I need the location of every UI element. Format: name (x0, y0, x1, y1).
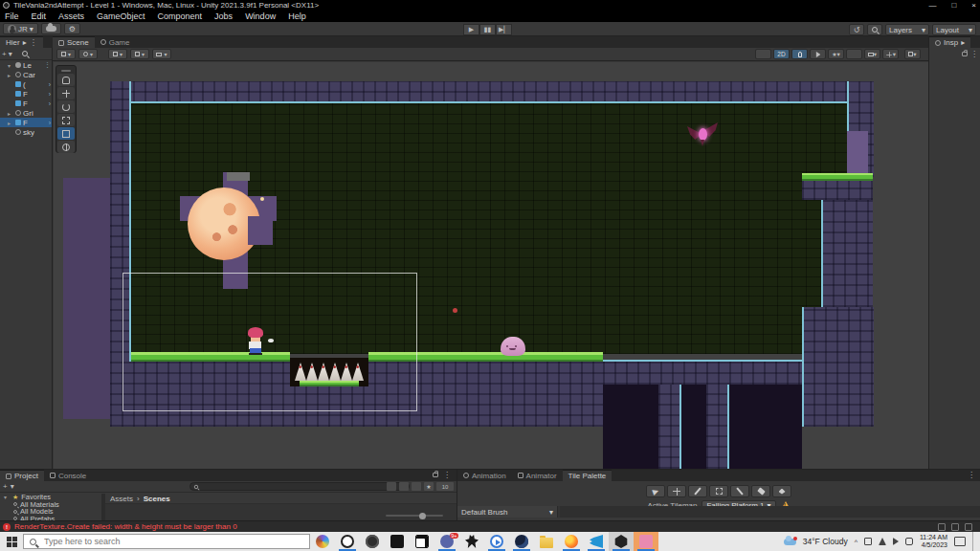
weather-text[interactable]: 34°F Cloudy (803, 537, 848, 546)
taskbar-app-dark[interactable] (360, 532, 385, 551)
panel-menu-icon[interactable]: ⋮ (443, 471, 451, 479)
taskbar-search-box[interactable] (23, 534, 310, 549)
tab-game[interactable]: Game (95, 36, 136, 48)
render-mode-dropdown[interactable] (755, 49, 771, 59)
scene-canvas[interactable] (54, 62, 928, 469)
move-tool-button[interactable] (667, 485, 686, 497)
grid-visual-dropdown[interactable]: ▾ (108, 49, 127, 59)
taskbar-clock[interactable]: 11:24 AM 4/5/2023 (920, 534, 947, 549)
status-bar[interactable]: ! RenderTexture.Create failed: width & h… (0, 520, 980, 532)
taskbar-app-paint[interactable] (310, 532, 335, 551)
tab-tile-palette[interactable]: Tile Palette (563, 470, 612, 481)
taskbar-app-firefox[interactable] (559, 532, 584, 551)
foldout-icon[interactable]: ▸ (8, 72, 13, 78)
lighting-toggle[interactable] (791, 49, 808, 59)
menu-component[interactable]: Component (158, 11, 203, 21)
account-button[interactable]: JR ▾ (3, 23, 38, 34)
weather-cloud-icon[interactable] (784, 539, 796, 545)
lock-icon[interactable] (433, 473, 438, 477)
onedrive-icon[interactable] (864, 538, 872, 545)
taskbar-app-file-explorer[interactable] (534, 532, 559, 551)
hierarchy-item-scene[interactable]: ▾ Le ⋮ (0, 60, 52, 70)
open-prefab-icon[interactable]: › (49, 81, 51, 88)
volume-icon[interactable] (893, 538, 899, 545)
hierarchy-item[interactable]: sky (0, 127, 52, 137)
panel-menu-icon[interactable]: ⋮ (968, 471, 975, 479)
hierarchy-item-selected[interactable]: ▸ F › (0, 118, 52, 127)
hierarchy-item[interactable]: ▸ Gri (0, 108, 52, 118)
cloud-services-button[interactable] (41, 23, 61, 34)
menu-help[interactable]: Help (288, 11, 306, 21)
network-icon[interactable] (879, 538, 886, 545)
hierarchy-item[interactable]: ▸ Car (0, 70, 52, 79)
menu-file[interactable]: File (5, 11, 19, 21)
undo-history-button[interactable]: ↺ (849, 24, 864, 35)
snap-dropdown[interactable]: ▾ (130, 49, 149, 59)
menu-jobs[interactable]: Jobs (214, 11, 233, 21)
move-tool-button[interactable] (57, 87, 75, 99)
rotate-tool-button[interactable] (57, 100, 75, 113)
foldout-icon[interactable]: ▸ (8, 120, 13, 126)
start-button[interactable] (0, 532, 23, 551)
effects-dropdown[interactable]: ★▾ (828, 49, 844, 59)
lock-icon[interactable] (962, 52, 968, 56)
fill-bucket-tool-button[interactable] (772, 485, 791, 497)
search-icon[interactable] (22, 51, 28, 56)
taskbar-app-steam[interactable] (509, 532, 534, 551)
layout-dropdown[interactable]: Layout ▾ (932, 24, 976, 35)
bat-enemy-sprite[interactable] (687, 122, 718, 149)
taskbar-app-chat[interactable]: 9+ (434, 532, 459, 551)
taskbar-app-active-orange[interactable] (634, 532, 658, 551)
hierarchy-item[interactable]: ( › (0, 79, 52, 89)
taskbar-app-unity[interactable] (609, 532, 634, 551)
scene-menu-icon[interactable]: ⋮ (44, 61, 51, 69)
hidden-count-badge[interactable]: 10 (436, 482, 454, 491)
tab-animator[interactable]: Animator (512, 470, 563, 481)
pause-button[interactable]: ▮▮ (479, 24, 496, 35)
menu-window[interactable]: Window (245, 11, 276, 21)
create-asset-button[interactable]: + (3, 482, 8, 491)
taskbar-app-vscode[interactable] (584, 532, 609, 551)
tab-project[interactable]: Project (0, 470, 44, 481)
panel-menu-icon[interactable]: ⋮ (30, 38, 37, 47)
create-object-button[interactable]: + (2, 50, 7, 58)
box-fill-tool-button[interactable] (709, 485, 728, 497)
tab-console[interactable]: Console (44, 470, 92, 481)
eraser-tool-button[interactable] (751, 485, 770, 497)
hand-tool-button[interactable] (57, 74, 75, 86)
minimize-button[interactable]: — (928, 1, 936, 10)
rect-tool-button[interactable] (57, 127, 75, 140)
tray-expand-icon[interactable]: ^ (855, 539, 858, 545)
paint-brush-tool-button[interactable] (688, 485, 707, 497)
step-button[interactable]: ▶▏ (496, 24, 512, 35)
open-prefab-icon[interactable]: › (49, 100, 51, 107)
scene-visibility-toggle[interactable] (846, 49, 862, 59)
breadcrumb-scenes[interactable]: Scenes (144, 495, 170, 503)
close-button[interactable]: × (971, 1, 976, 10)
menu-gameobject[interactable]: GameObject (97, 11, 145, 21)
tab-inspector[interactable]: Insp ▸ (929, 36, 970, 48)
grid-settings-dropdown[interactable]: ▾ (904, 49, 921, 59)
settings-button[interactable]: ⚙ (64, 23, 80, 34)
camera-view-dropdown[interactable]: ▾ (152, 49, 171, 59)
shading-mode-dropdown[interactable]: ▾ (78, 49, 98, 59)
action-center-icon[interactable] (954, 537, 966, 546)
foldout-icon[interactable]: ▾ (8, 62, 13, 69)
project-search-field[interactable] (189, 482, 410, 491)
favorites-filter-icon[interactable]: ★ (424, 482, 434, 491)
tab-scene[interactable]: Scene (53, 36, 95, 48)
search-button[interactable] (867, 24, 882, 35)
audio-toggle[interactable] (810, 49, 826, 59)
taskbar-app-media-box[interactable] (385, 532, 410, 551)
hierarchy-item[interactable]: F › (0, 99, 52, 108)
2d-mode-toggle[interactable]: 2D (773, 49, 790, 59)
show-desktop-button[interactable] (972, 532, 976, 551)
transform-tool-button[interactable] (57, 141, 75, 153)
hierarchy-item[interactable]: F › (0, 89, 52, 99)
menu-assets[interactable]: Assets (58, 11, 84, 21)
open-prefab-icon[interactable]: › (49, 120, 51, 126)
maximize-button[interactable]: □ (951, 1, 956, 10)
breadcrumb-assets[interactable]: Assets (110, 495, 133, 503)
scale-tool-button[interactable] (57, 114, 75, 126)
preview-pane-icon[interactable] (387, 482, 396, 491)
